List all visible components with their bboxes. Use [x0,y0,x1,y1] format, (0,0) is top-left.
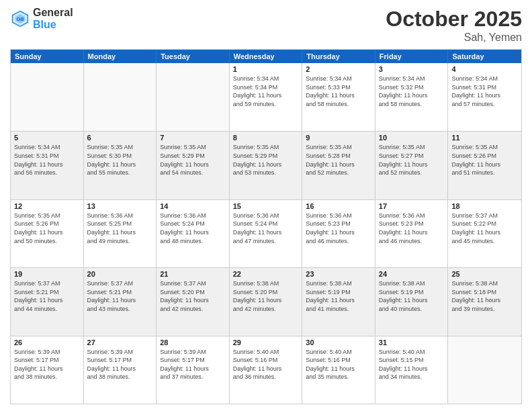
logo: GB General Blue [10,7,73,30]
day-info: Sunrise: 5:37 AM Sunset: 5:21 PM Dayligh… [87,279,153,313]
calendar-cell: 14Sunrise: 5:36 AM Sunset: 5:24 PM Dayli… [157,200,230,267]
day-number: 22 [233,270,299,278]
day-info: Sunrise: 5:34 AM Sunset: 5:31 PM Dayligh… [451,75,518,108]
calendar-cell: 19Sunrise: 5:37 AM Sunset: 5:21 PM Dayli… [11,268,84,335]
calendar-cell: 8Sunrise: 5:35 AM Sunset: 5:29 PM Daylig… [230,132,303,199]
day-info: Sunrise: 5:38 AM Sunset: 5:18 PM Dayligh… [451,279,518,313]
day-info: Sunrise: 5:35 AM Sunset: 5:26 PM Dayligh… [14,212,80,245]
day-number: 7 [160,134,226,142]
day-number: 31 [379,338,445,347]
day-info: Sunrise: 5:35 AM Sunset: 5:30 PM Dayligh… [87,143,153,177]
day-number: 11 [451,134,518,142]
day-info: Sunrise: 5:35 AM Sunset: 5:26 PM Dayligh… [451,143,518,177]
day-number: 19 [14,270,80,278]
day-number: 2 [306,65,371,73]
calendar-cell: 30Sunrise: 5:40 AM Sunset: 5:16 PM Dayli… [302,336,375,404]
month-title: October 2025 [386,7,522,32]
day-info: Sunrise: 5:34 AM Sunset: 5:32 PM Dayligh… [379,75,445,108]
day-number: 4 [451,65,518,73]
day-info: Sunrise: 5:38 AM Sunset: 5:19 PM Dayligh… [306,279,371,313]
calendar-cell: 18Sunrise: 5:37 AM Sunset: 5:22 PM Dayli… [448,200,521,267]
day-number: 5 [14,134,80,142]
day-number: 1 [233,65,299,73]
day-info: Sunrise: 5:37 AM Sunset: 5:21 PM Dayligh… [14,279,80,313]
day-info: Sunrise: 5:35 AM Sunset: 5:29 PM Dayligh… [233,143,299,177]
header-saturday: Saturday [448,50,521,63]
day-info: Sunrise: 5:35 AM Sunset: 5:27 PM Dayligh… [379,143,445,177]
calendar-cell: 12Sunrise: 5:35 AM Sunset: 5:26 PM Dayli… [11,200,84,267]
day-info: Sunrise: 5:36 AM Sunset: 5:23 PM Dayligh… [379,212,445,245]
calendar-cell: 22Sunrise: 5:38 AM Sunset: 5:20 PM Dayli… [230,268,303,335]
day-number: 25 [451,270,518,278]
header-friday: Friday [375,50,449,63]
header: GB General Blue October 2025 Sah, Yemen [10,7,522,44]
day-number: 30 [306,338,371,347]
header-thursday: Thursday [302,50,375,63]
logo-blue: Blue [33,19,56,30]
header-sunday: Sunday [11,50,84,63]
day-info: Sunrise: 5:40 AM Sunset: 5:16 PM Dayligh… [233,348,299,381]
header-wednesday: Wednesday [230,50,303,63]
calendar-cell: 10Sunrise: 5:35 AM Sunset: 5:27 PM Dayli… [375,132,449,199]
calendar-cell: 20Sunrise: 5:37 AM Sunset: 5:21 PM Dayli… [84,268,157,335]
day-number: 28 [160,338,226,347]
header-monday: Monday [84,50,157,63]
calendar-cell: 2Sunrise: 5:34 AM Sunset: 5:33 PM Daylig… [302,63,375,131]
day-info: Sunrise: 5:38 AM Sunset: 5:20 PM Dayligh… [233,279,299,313]
calendar: Sunday Monday Tuesday Wednesday Thursday… [10,49,522,404]
day-number: 20 [87,270,153,278]
day-info: Sunrise: 5:40 AM Sunset: 5:16 PM Dayligh… [306,348,371,381]
day-number: 26 [14,338,80,347]
day-info: Sunrise: 5:38 AM Sunset: 5:19 PM Dayligh… [379,279,445,313]
calendar-cell: 17Sunrise: 5:36 AM Sunset: 5:23 PM Dayli… [375,200,449,267]
day-number: 18 [451,202,518,210]
page: GB General Blue October 2025 Sah, Yemen … [0,0,532,411]
day-number: 12 [14,202,80,210]
day-number: 9 [306,134,371,142]
day-number: 23 [306,270,371,278]
header-tuesday: Tuesday [157,50,230,63]
calendar-body: 1Sunrise: 5:34 AM Sunset: 5:34 PM Daylig… [11,63,521,404]
calendar-row-1: 1Sunrise: 5:34 AM Sunset: 5:34 PM Daylig… [11,63,521,131]
day-number: 14 [160,202,226,210]
calendar-cell: 15Sunrise: 5:36 AM Sunset: 5:24 PM Dayli… [230,200,303,267]
calendar-cell: 6Sunrise: 5:35 AM Sunset: 5:30 PM Daylig… [84,132,157,199]
calendar-cell: 21Sunrise: 5:37 AM Sunset: 5:20 PM Dayli… [157,268,230,335]
title-block: October 2025 Sah, Yemen [386,7,522,44]
calendar-cell: 5Sunrise: 5:34 AM Sunset: 5:31 PM Daylig… [11,132,84,199]
calendar-cell: 25Sunrise: 5:38 AM Sunset: 5:18 PM Dayli… [448,268,521,335]
calendar-row-2: 5Sunrise: 5:34 AM Sunset: 5:31 PM Daylig… [11,131,521,199]
calendar-cell: 27Sunrise: 5:39 AM Sunset: 5:17 PM Dayli… [84,336,157,404]
day-info: Sunrise: 5:37 AM Sunset: 5:22 PM Dayligh… [451,212,518,245]
calendar-cell: 23Sunrise: 5:38 AM Sunset: 5:19 PM Dayli… [302,268,375,335]
calendar-cell [448,336,521,404]
calendar-cell: 4Sunrise: 5:34 AM Sunset: 5:31 PM Daylig… [448,63,521,131]
calendar-cell: 28Sunrise: 5:39 AM Sunset: 5:17 PM Dayli… [157,336,230,404]
day-info: Sunrise: 5:36 AM Sunset: 5:25 PM Dayligh… [87,212,153,245]
day-info: Sunrise: 5:39 AM Sunset: 5:17 PM Dayligh… [14,348,80,381]
day-number: 17 [379,202,445,210]
calendar-header: Sunday Monday Tuesday Wednesday Thursday… [11,50,521,63]
day-number: 13 [87,202,153,210]
calendar-cell [11,63,84,131]
calendar-cell [157,63,230,131]
day-info: Sunrise: 5:37 AM Sunset: 5:20 PM Dayligh… [160,279,226,313]
day-info: Sunrise: 5:34 AM Sunset: 5:31 PM Dayligh… [14,143,80,177]
calendar-row-4: 19Sunrise: 5:37 AM Sunset: 5:21 PM Dayli… [11,267,521,335]
day-info: Sunrise: 5:36 AM Sunset: 5:23 PM Dayligh… [306,212,371,245]
day-number: 24 [379,270,445,278]
calendar-cell: 26Sunrise: 5:39 AM Sunset: 5:17 PM Dayli… [11,336,84,404]
calendar-cell: 1Sunrise: 5:34 AM Sunset: 5:34 PM Daylig… [230,63,303,131]
day-info: Sunrise: 5:39 AM Sunset: 5:17 PM Dayligh… [87,348,153,381]
day-info: Sunrise: 5:34 AM Sunset: 5:34 PM Dayligh… [233,75,299,108]
day-number: 27 [87,338,153,347]
calendar-cell: 24Sunrise: 5:38 AM Sunset: 5:19 PM Dayli… [375,268,449,335]
day-number: 10 [379,134,445,142]
day-info: Sunrise: 5:34 AM Sunset: 5:33 PM Dayligh… [306,75,371,108]
day-info: Sunrise: 5:35 AM Sunset: 5:29 PM Dayligh… [160,143,226,177]
calendar-cell: 29Sunrise: 5:40 AM Sunset: 5:16 PM Dayli… [230,336,303,404]
calendar-row-5: 26Sunrise: 5:39 AM Sunset: 5:17 PM Dayli… [11,336,521,404]
calendar-cell: 13Sunrise: 5:36 AM Sunset: 5:25 PM Dayli… [84,200,157,267]
day-info: Sunrise: 5:40 AM Sunset: 5:15 PM Dayligh… [379,348,445,381]
calendar-row-3: 12Sunrise: 5:35 AM Sunset: 5:26 PM Dayli… [11,199,521,267]
